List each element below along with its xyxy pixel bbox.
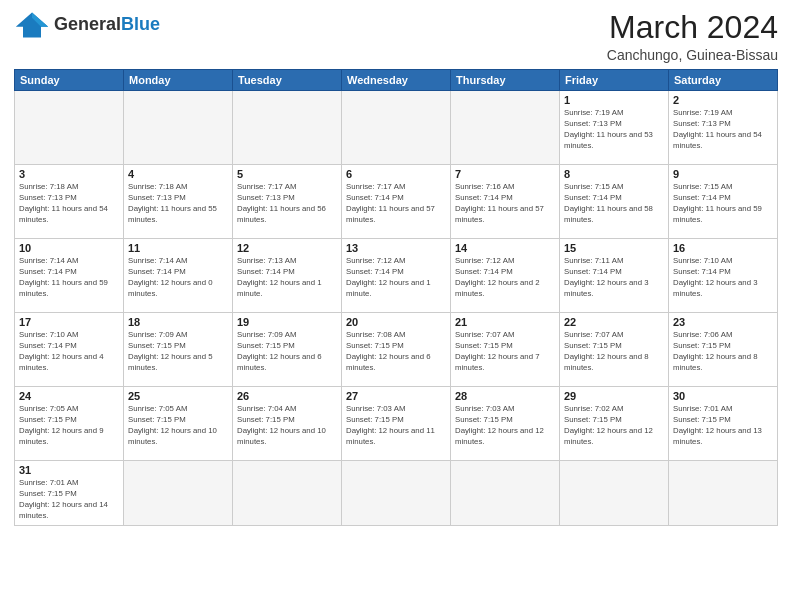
- day-info: Sunrise: 7:19 AMSunset: 7:13 PMDaylight:…: [564, 108, 664, 152]
- day-number: 8: [564, 168, 664, 180]
- day-info: Sunrise: 7:03 AMSunset: 7:15 PMDaylight:…: [455, 404, 555, 448]
- weekday-header-row: SundayMondayTuesdayWednesdayThursdayFrid…: [15, 70, 778, 91]
- day-info: Sunrise: 7:09 AMSunset: 7:15 PMDaylight:…: [128, 330, 228, 374]
- calendar-cell: 26Sunrise: 7:04 AMSunset: 7:15 PMDayligh…: [233, 387, 342, 461]
- calendar-cell: 18Sunrise: 7:09 AMSunset: 7:15 PMDayligh…: [124, 313, 233, 387]
- day-number: 13: [346, 242, 446, 254]
- calendar-cell: 9Sunrise: 7:15 AMSunset: 7:14 PMDaylight…: [669, 165, 778, 239]
- calendar-cell: [124, 91, 233, 165]
- calendar-cell: 21Sunrise: 7:07 AMSunset: 7:15 PMDayligh…: [451, 313, 560, 387]
- day-info: Sunrise: 7:19 AMSunset: 7:13 PMDaylight:…: [673, 108, 773, 152]
- day-number: 1: [564, 94, 664, 106]
- week-row-1: 3Sunrise: 7:18 AMSunset: 7:13 PMDaylight…: [15, 165, 778, 239]
- calendar-cell: 31Sunrise: 7:01 AMSunset: 7:15 PMDayligh…: [15, 461, 124, 526]
- title-block: March 2024 Canchungo, Guinea-Bissau: [607, 10, 778, 63]
- week-row-2: 10Sunrise: 7:14 AMSunset: 7:14 PMDayligh…: [15, 239, 778, 313]
- weekday-header-tuesday: Tuesday: [233, 70, 342, 91]
- header: GeneralBlue March 2024 Canchungo, Guinea…: [14, 10, 778, 63]
- day-number: 11: [128, 242, 228, 254]
- day-info: Sunrise: 7:02 AMSunset: 7:15 PMDaylight:…: [564, 404, 664, 448]
- day-info: Sunrise: 7:17 AMSunset: 7:13 PMDaylight:…: [237, 182, 337, 226]
- day-number: 31: [19, 464, 119, 476]
- day-info: Sunrise: 7:15 AMSunset: 7:14 PMDaylight:…: [673, 182, 773, 226]
- calendar-cell: [342, 461, 451, 526]
- logo-blue: Blue: [121, 14, 160, 34]
- calendar-cell: 19Sunrise: 7:09 AMSunset: 7:15 PMDayligh…: [233, 313, 342, 387]
- weekday-header-sunday: Sunday: [15, 70, 124, 91]
- week-row-0: 1Sunrise: 7:19 AMSunset: 7:13 PMDaylight…: [15, 91, 778, 165]
- day-info: Sunrise: 7:06 AMSunset: 7:15 PMDaylight:…: [673, 330, 773, 374]
- page: GeneralBlue March 2024 Canchungo, Guinea…: [0, 0, 792, 612]
- calendar-cell: 28Sunrise: 7:03 AMSunset: 7:15 PMDayligh…: [451, 387, 560, 461]
- day-number: 5: [237, 168, 337, 180]
- day-info: Sunrise: 7:17 AMSunset: 7:14 PMDaylight:…: [346, 182, 446, 226]
- calendar-cell: 11Sunrise: 7:14 AMSunset: 7:14 PMDayligh…: [124, 239, 233, 313]
- day-info: Sunrise: 7:18 AMSunset: 7:13 PMDaylight:…: [128, 182, 228, 226]
- day-info: Sunrise: 7:11 AMSunset: 7:14 PMDaylight:…: [564, 256, 664, 300]
- calendar-cell: [233, 461, 342, 526]
- day-info: Sunrise: 7:12 AMSunset: 7:14 PMDaylight:…: [346, 256, 446, 300]
- day-number: 25: [128, 390, 228, 402]
- day-number: 17: [19, 316, 119, 328]
- calendar: SundayMondayTuesdayWednesdayThursdayFrid…: [14, 69, 778, 526]
- day-info: Sunrise: 7:15 AMSunset: 7:14 PMDaylight:…: [564, 182, 664, 226]
- calendar-cell: 2Sunrise: 7:19 AMSunset: 7:13 PMDaylight…: [669, 91, 778, 165]
- day-info: Sunrise: 7:07 AMSunset: 7:15 PMDaylight:…: [455, 330, 555, 374]
- day-number: 28: [455, 390, 555, 402]
- day-number: 3: [19, 168, 119, 180]
- day-number: 10: [19, 242, 119, 254]
- day-info: Sunrise: 7:08 AMSunset: 7:15 PMDaylight:…: [346, 330, 446, 374]
- calendar-cell: [451, 461, 560, 526]
- day-number: 2: [673, 94, 773, 106]
- day-info: Sunrise: 7:14 AMSunset: 7:14 PMDaylight:…: [128, 256, 228, 300]
- logo: GeneralBlue: [14, 10, 160, 40]
- day-number: 30: [673, 390, 773, 402]
- calendar-cell: 10Sunrise: 7:14 AMSunset: 7:14 PMDayligh…: [15, 239, 124, 313]
- calendar-cell: 23Sunrise: 7:06 AMSunset: 7:15 PMDayligh…: [669, 313, 778, 387]
- day-info: Sunrise: 7:01 AMSunset: 7:15 PMDaylight:…: [19, 478, 119, 522]
- week-row-4: 24Sunrise: 7:05 AMSunset: 7:15 PMDayligh…: [15, 387, 778, 461]
- day-number: 14: [455, 242, 555, 254]
- weekday-header-thursday: Thursday: [451, 70, 560, 91]
- weekday-header-friday: Friday: [560, 70, 669, 91]
- day-number: 4: [128, 168, 228, 180]
- calendar-cell: 14Sunrise: 7:12 AMSunset: 7:14 PMDayligh…: [451, 239, 560, 313]
- subtitle: Canchungo, Guinea-Bissau: [607, 47, 778, 63]
- day-number: 21: [455, 316, 555, 328]
- logo-text: GeneralBlue: [54, 15, 160, 35]
- weekday-header-monday: Monday: [124, 70, 233, 91]
- calendar-cell: 8Sunrise: 7:15 AMSunset: 7:14 PMDaylight…: [560, 165, 669, 239]
- day-number: 19: [237, 316, 337, 328]
- calendar-cell: [669, 461, 778, 526]
- day-number: 26: [237, 390, 337, 402]
- day-info: Sunrise: 7:09 AMSunset: 7:15 PMDaylight:…: [237, 330, 337, 374]
- calendar-cell: 30Sunrise: 7:01 AMSunset: 7:15 PMDayligh…: [669, 387, 778, 461]
- calendar-cell: 7Sunrise: 7:16 AMSunset: 7:14 PMDaylight…: [451, 165, 560, 239]
- day-info: Sunrise: 7:03 AMSunset: 7:15 PMDaylight:…: [346, 404, 446, 448]
- calendar-cell: 27Sunrise: 7:03 AMSunset: 7:15 PMDayligh…: [342, 387, 451, 461]
- calendar-cell: [124, 461, 233, 526]
- calendar-cell: 5Sunrise: 7:17 AMSunset: 7:13 PMDaylight…: [233, 165, 342, 239]
- day-number: 9: [673, 168, 773, 180]
- day-info: Sunrise: 7:10 AMSunset: 7:14 PMDaylight:…: [673, 256, 773, 300]
- day-info: Sunrise: 7:01 AMSunset: 7:15 PMDaylight:…: [673, 404, 773, 448]
- day-number: 6: [346, 168, 446, 180]
- day-number: 12: [237, 242, 337, 254]
- calendar-cell: 29Sunrise: 7:02 AMSunset: 7:15 PMDayligh…: [560, 387, 669, 461]
- day-number: 27: [346, 390, 446, 402]
- calendar-cell: 13Sunrise: 7:12 AMSunset: 7:14 PMDayligh…: [342, 239, 451, 313]
- day-info: Sunrise: 7:05 AMSunset: 7:15 PMDaylight:…: [128, 404, 228, 448]
- weekday-header-saturday: Saturday: [669, 70, 778, 91]
- calendar-cell: 3Sunrise: 7:18 AMSunset: 7:13 PMDaylight…: [15, 165, 124, 239]
- week-row-3: 17Sunrise: 7:10 AMSunset: 7:14 PMDayligh…: [15, 313, 778, 387]
- day-info: Sunrise: 7:07 AMSunset: 7:15 PMDaylight:…: [564, 330, 664, 374]
- calendar-cell: 6Sunrise: 7:17 AMSunset: 7:14 PMDaylight…: [342, 165, 451, 239]
- calendar-cell: [342, 91, 451, 165]
- day-number: 24: [19, 390, 119, 402]
- calendar-cell: [15, 91, 124, 165]
- day-number: 7: [455, 168, 555, 180]
- calendar-cell: 15Sunrise: 7:11 AMSunset: 7:14 PMDayligh…: [560, 239, 669, 313]
- logo-general: General: [54, 14, 121, 34]
- day-info: Sunrise: 7:10 AMSunset: 7:14 PMDaylight:…: [19, 330, 119, 374]
- calendar-cell: 16Sunrise: 7:10 AMSunset: 7:14 PMDayligh…: [669, 239, 778, 313]
